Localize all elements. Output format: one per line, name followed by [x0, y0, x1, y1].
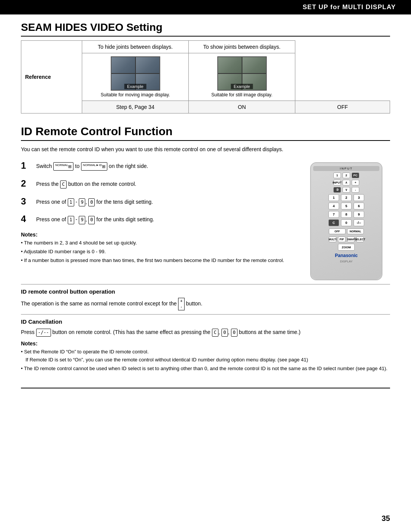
remote-numpad-row4: C 0 -/-- [313, 219, 379, 226]
remote-row3: ③ ∨ - [313, 187, 379, 193]
seam-on-image-wrapper: Example [111, 56, 160, 91]
remote-numpad-row1: 1 2 3 [313, 194, 379, 201]
step-3-text: Press one of 1 - 9, 0 for the tens digit… [36, 196, 153, 206]
remote-btn-num1: 1 [328, 194, 339, 201]
remote-control-area: INPUT 1 2 PC INPUT ∧ + ③ ∨ - [310, 160, 390, 280]
subsection2-title: ID Cancellation [21, 318, 390, 325]
notes2-list: Set the Remote ID “On” to operate the ID… [21, 348, 390, 372]
remote-row-zoom: ZOOM [313, 244, 379, 251]
step-1: 1 Switch NORMAL⊞ to NORMAL►ID⊞ on the ri… [21, 160, 310, 171]
remote-btn-num7: 7 [328, 211, 339, 218]
remote-row2: INPUT ∧ + [313, 180, 379, 185]
seam-section-title: SEAM HIDES VIDEO Setting [21, 21, 390, 37]
step-1-num: 1 [21, 160, 32, 171]
remote-btn-input: INPUT [333, 180, 341, 185]
col3-caption: Suitable for still image display. [193, 92, 291, 97]
step-4-text: Press one of 1 - 9, 0 for the units digi… [36, 214, 154, 224]
remote-btn-multi: MULTI [329, 236, 336, 242]
remote-btn-vol-plus: + [352, 180, 359, 185]
remote-btn-select: SELECT [356, 236, 364, 242]
bottom-border [21, 388, 390, 388]
key-0a: 0 [88, 198, 95, 206]
panel-tl2 [218, 57, 242, 73]
remote-display-text: DISPLAY [340, 260, 352, 263]
header-title: SET UP for MULTI DISPLAY [303, 3, 396, 11]
key-0b: 0 [88, 216, 95, 224]
remote-btn-num9: 9 [354, 211, 364, 218]
seam-off-image-wrapper: Example [217, 56, 267, 91]
remote-btn-num8: 8 [341, 211, 352, 218]
remote-brand: Panasonic [335, 253, 358, 258]
remote-btn-off: OFF [329, 228, 346, 234]
notes2-title: Notes: [21, 340, 390, 347]
subsection1-title: ID remote control button operation [21, 288, 390, 295]
step-3: 3 Press one of 1 - 9, 0 for the tens dig… [21, 196, 310, 207]
remote-row-nav: MULTI PIP SWAP SELECT [313, 236, 379, 242]
step-2: 2 Press the C button on the remote contr… [21, 178, 310, 189]
step-2-num: 2 [21, 178, 32, 189]
switch-id-icon: NORMAL►ID⊞ [81, 162, 107, 171]
remote-btn-normal: NORMAL [347, 228, 364, 234]
remote-control-image: INPUT 1 2 PC INPUT ∧ + ③ ∨ - [310, 162, 382, 280]
reference-label: Reference [25, 74, 51, 80]
subsection1: ID remote control button operation The o… [21, 284, 390, 310]
remote-btn-swap: SWAP [347, 236, 355, 242]
remote-btn-num3: 3 [354, 194, 364, 201]
subsection2-body: Press -/-- button on remote control. (Th… [21, 328, 390, 337]
note1-item1: The numbers in 2, 3 and 4 should be set … [21, 239, 310, 247]
remote-btn-dash: -/-- [354, 219, 364, 226]
step-4-num: 4 [21, 214, 32, 225]
key-9b: 9 [79, 216, 85, 224]
panel-tr2 [242, 57, 266, 73]
step-2-text: Press the C button on the remote control… [36, 178, 136, 189]
zero-btn2: 0 [231, 329, 237, 337]
reference-cell: Reference [21, 41, 82, 113]
notes1-title: Notes: [21, 232, 310, 238]
remote-btn-2: 2 [342, 173, 350, 178]
key-1: 1 [68, 198, 74, 206]
remote-row-misc: OFF NORMAL [313, 228, 379, 234]
steps-area: 1 Switch NORMAL⊞ to NORMAL►ID⊞ on the ri… [21, 160, 390, 280]
remote-btn-num4: 4 [328, 203, 339, 209]
page-number: 35 [382, 514, 390, 523]
col2-image-cell: Example Suitable for moving image displa… [82, 53, 189, 101]
remote-btn-zoom: ZOOM [338, 244, 355, 251]
remote-btn-pc: PC [352, 173, 359, 178]
col2-caption: Suitable for moving image display. [86, 92, 185, 97]
col3-header: To show joints between displays. [189, 41, 295, 53]
col3-setting: OFF [295, 101, 390, 113]
id-all-btn: -/-- [36, 329, 51, 337]
remote-numpad-row2: 4 5 6 [313, 203, 379, 209]
id-section-title: ID Remote Control Function [21, 125, 390, 141]
notes1: Notes: The numbers in 2, 3 and 4 should … [21, 232, 310, 264]
vol-button: +- [178, 298, 185, 310]
c-key: C [60, 181, 67, 189]
step-4: 4 Press one of 1 - 9, 0 for the units di… [21, 214, 310, 225]
remote-btn-ch-up: ∧ [342, 180, 350, 185]
c-btn2: C [212, 329, 218, 337]
panel-tr [136, 57, 159, 73]
col2-header: To hide joints between displays. [82, 41, 189, 53]
remote-btn-pip: PIP [338, 236, 346, 242]
remote-btn-num2: 2 [341, 194, 352, 201]
remote-btn-c: C [328, 219, 339, 226]
note1-item2: Adjustable ID number range is 0 - 99. [21, 248, 310, 256]
header-bar: SET UP for MULTI DISPLAY [0, 0, 411, 14]
subsection1-body: The operation is the same as normal remo… [21, 298, 390, 310]
remote-btn-num6: 6 [354, 203, 364, 209]
seam-table: Reference To hide joints between display… [21, 40, 390, 113]
remote-btn-3: ③ [333, 187, 341, 193]
zero-btn1: 0 [221, 329, 228, 337]
key-1b: 1 [68, 216, 74, 224]
switch-normal-icon: NORMAL⊞ [53, 162, 73, 171]
remote-btn-num0: 0 [341, 219, 352, 226]
seam-off-label: Example [231, 84, 253, 89]
seam-on-label: Example [124, 84, 147, 89]
notes2: Notes: Set the Remote ID “On” to operate… [21, 340, 390, 372]
panel-tl [112, 57, 135, 73]
key-9: 9 [79, 198, 85, 206]
step-3-num: 3 [21, 196, 32, 207]
remote-input-bar: INPUT [313, 166, 379, 171]
note1-item3: If a number button is pressed more than … [21, 257, 310, 265]
id-intro: You can set the remote control ID when y… [21, 145, 390, 153]
